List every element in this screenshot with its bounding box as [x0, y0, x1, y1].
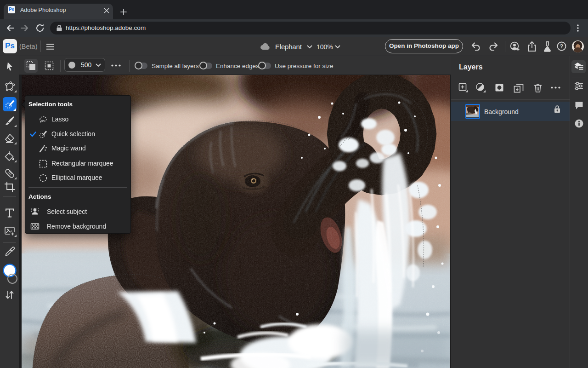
svg-text:?: ?	[560, 43, 563, 50]
